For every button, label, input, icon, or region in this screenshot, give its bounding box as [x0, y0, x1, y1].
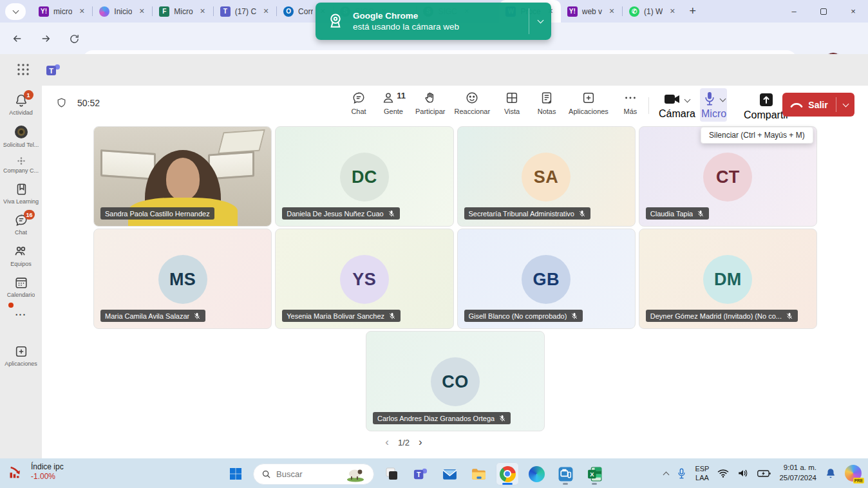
browser-tab[interactable]: F Micro × [153, 0, 212, 23]
tab-close-icon[interactable]: × [261, 6, 271, 17]
smiley-icon [465, 91, 479, 105]
sidebar-item-chat[interactable]: 16 Chat [0, 213, 42, 236]
widget-value: -1.00% [31, 472, 64, 482]
calendar-icon [14, 276, 28, 290]
taskbar-search-input[interactable] [276, 469, 341, 479]
sidebar-item-aplicaciones[interactable]: Aplicaciones [0, 344, 42, 367]
start-button[interactable] [224, 462, 247, 485]
toolbar-more-button[interactable]: Más [618, 91, 643, 115]
notification-bell-icon[interactable] [825, 467, 836, 479]
new-tab-button[interactable]: + [683, 5, 703, 18]
taskbar-edge-button[interactable] [525, 462, 548, 485]
taskbar-explorer-button[interactable] [467, 462, 490, 485]
reload-icon[interactable] [64, 29, 84, 48]
camera-options-chevron[interactable] [684, 96, 691, 102]
participant-name-pill: Maria Camila Avila Salazar [100, 310, 205, 322]
stock-down-icon [8, 463, 26, 481]
teams-icon: T [220, 6, 231, 17]
participant-tile[interactable]: MS Maria Camila Avila Salazar [93, 229, 272, 329]
taskbar-search-box[interactable] [253, 464, 374, 485]
windows-logo-icon [228, 466, 243, 482]
camera-usage-notification[interactable]: Google Chrome está usando la cámara web [316, 3, 551, 40]
participant-tile[interactable]: DM Deyner Gómez Madrid (Invitado) (No co… [639, 229, 817, 329]
tab-close-icon[interactable]: × [198, 6, 208, 17]
toolbar-apps-button[interactable]: Aplicaciones [569, 91, 609, 115]
leave-button[interactable]: Salir [782, 93, 854, 117]
taskbar-chrome-button[interactable] [496, 462, 519, 485]
taskbar-teams-button[interactable]: T [409, 462, 432, 485]
participant-tile[interactable]: SA Secretaría Tribunal Administrativo [457, 126, 636, 227]
mic-options-chevron[interactable] [719, 95, 726, 102]
window-close-button[interactable]: × [838, 0, 868, 23]
sidebar-item-equipos[interactable]: Equipos [0, 244, 42, 267]
sidebar-item-actividad[interactable]: 1 Actividad [0, 93, 42, 116]
tab-close-icon[interactable]: × [77, 6, 87, 17]
participant-tile[interactable]: CO Carlos Andres Diaz Granados Ortega [366, 331, 545, 431]
apps-plus-icon [14, 344, 28, 359]
leave-options-chevron[interactable] [836, 104, 854, 106]
browser-tab[interactable]: Y! web v × [561, 0, 622, 23]
next-page-icon[interactable]: › [419, 436, 422, 449]
toolbar-notes-button[interactable]: Notas [534, 91, 560, 115]
battery-charging-icon[interactable] [757, 469, 771, 478]
volume-icon[interactable] [737, 468, 749, 478]
wifi-icon[interactable] [717, 469, 729, 478]
running-indicator [592, 483, 597, 485]
search-icon [261, 469, 271, 479]
browser-tab[interactable]: T (17) C × [214, 0, 276, 23]
participant-tile[interactable]: DC Daniela De Jesus Nuñez Cuao [275, 126, 453, 227]
toolbar-raise-hand-button[interactable]: Participar [415, 91, 445, 115]
taskbar-excel-button[interactable]: X [583, 462, 606, 485]
toolbar-people-button[interactable]: 11 Gente [381, 91, 406, 115]
taskbar-scanner-button[interactable] [554, 462, 577, 485]
browser-tab[interactable]: ✆ (1) W × [623, 0, 683, 23]
task-view-button[interactable] [380, 462, 403, 485]
sidebar-item-calendario[interactable]: Calendario [0, 276, 42, 298]
ellipsis-icon: ... [15, 307, 27, 317]
tray-mic-icon[interactable] [677, 467, 686, 480]
window-maximize-button[interactable] [809, 0, 838, 23]
mic-off-icon [388, 210, 395, 218]
clock-time: 9:01 a. m. [779, 463, 816, 473]
participant-tile-video[interactable]: Sandra Paola Castillo Hernandez [93, 126, 272, 227]
tab-close-icon[interactable]: × [607, 6, 617, 17]
participant-name-pill: Daniela De Jesus Nuñez Cuao [282, 207, 399, 220]
participant-count: 11 [397, 91, 406, 100]
m365-icon [99, 6, 109, 17]
toolbar-chat-button[interactable]: Chat [346, 91, 372, 115]
mic-off-icon [571, 312, 578, 320]
excel-icon: X [587, 466, 603, 482]
tray-expand-icon[interactable] [663, 471, 670, 478]
browser-tab[interactable]: Inicio × [93, 0, 152, 23]
prev-page-icon[interactable]: ‹ [385, 436, 389, 449]
people-icon [381, 91, 395, 105]
toolbar-react-button[interactable]: Reaccionar [454, 91, 490, 115]
mic-button[interactable]: Micro [701, 91, 726, 120]
sidebar-item-solicitud[interactable]: Solicitud Tel... [0, 124, 42, 148]
language-indicator[interactable]: ESP LAA [695, 464, 709, 483]
sidebar-item-viva-learning[interactable]: Viva Learning [0, 182, 42, 205]
camera-button[interactable]: Cámara [659, 92, 695, 120]
participant-tile[interactable]: YS Yesenia Maria Bolivar Sanchez [275, 229, 453, 329]
taskbar-mail-button[interactable] [438, 462, 461, 485]
back-icon[interactable] [8, 29, 27, 48]
tab-search-button[interactable] [5, 3, 26, 20]
yammer-icon: Y! [567, 6, 578, 17]
participant-tile[interactable]: GB Gisell Blanco (No comprobado) [457, 229, 636, 329]
notification-expand-icon[interactable] [529, 20, 551, 23]
forward-icon[interactable] [36, 29, 55, 48]
sidebar-item-company[interactable]: Company C... [0, 156, 42, 174]
browser-tab[interactable]: Y! micro × [32, 0, 92, 23]
sidebar-item-more[interactable]: ... [0, 306, 42, 318]
mic-label: Micro [701, 108, 726, 120]
taskbar-widget[interactable]: Índice ipc -1.00% [8, 462, 64, 482]
tab-close-icon[interactable]: × [137, 6, 147, 17]
avatar-initials: SA [522, 153, 571, 202]
taskbar-clock[interactable]: 9:01 a. m. 25/07/2024 [779, 463, 816, 483]
grid-pagination: ‹ 1/2 › [42, 436, 766, 449]
copilot-icon[interactable]: PRE [845, 465, 862, 482]
app-launcher-icon[interactable] [17, 63, 30, 76]
window-minimize-button[interactable]: – [779, 0, 809, 23]
toolbar-view-button[interactable]: Vista [499, 91, 525, 115]
tab-close-icon[interactable]: × [667, 6, 677, 17]
